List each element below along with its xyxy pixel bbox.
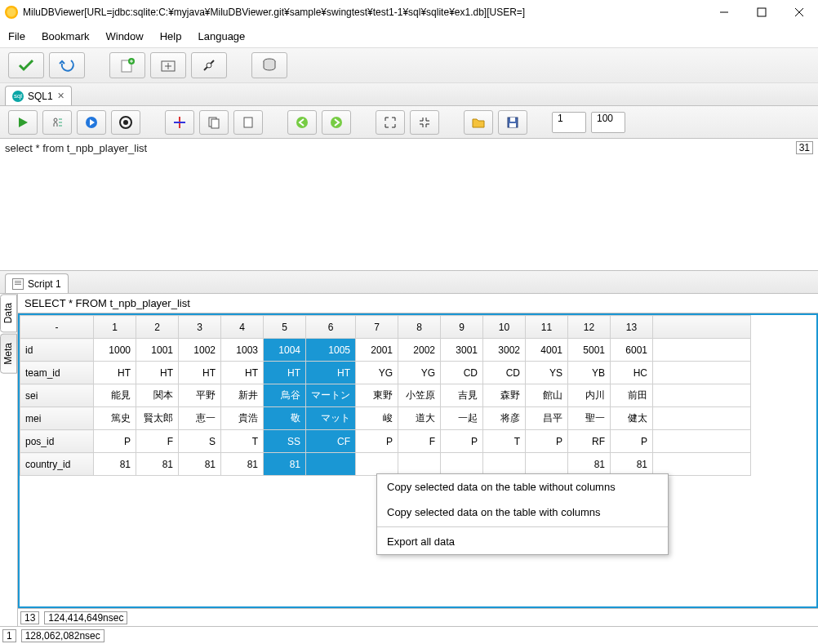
col-header[interactable]: 6 [306,316,356,339]
grid-cell[interactable]: 81 [568,453,611,476]
record-button[interactable] [111,110,140,135]
grid-cell[interactable]: HT [264,362,306,384]
grid-cell[interactable]: 将彦 [483,407,526,430]
close-icon[interactable]: ✕ [57,91,64,101]
grid-cell[interactable]: SS [264,430,306,453]
grid-cell[interactable] [526,453,568,476]
grid-cell[interactable]: 4001 [526,339,568,362]
col-header[interactable]: 1 [94,316,136,339]
grid-cell[interactable]: RF [568,430,611,453]
grid-cell[interactable]: 内川 [568,384,611,407]
grid-cell[interactable]: 1005 [306,339,356,362]
row-header[interactable]: id [20,339,94,362]
grid-cell[interactable]: YG [356,362,398,384]
col-header[interactable]: 4 [221,316,264,339]
grid-cell[interactable]: 篤史 [94,407,136,430]
grid-cell[interactable]: 館山 [526,384,568,407]
grid-cell[interactable]: 2002 [398,339,441,362]
copy-button[interactable] [199,110,229,135]
expand-button[interactable] [376,110,405,135]
minimize-button[interactable] [705,0,743,24]
prev-button[interactable] [287,110,317,135]
grid-cell[interactable]: P [441,430,483,453]
run-button[interactable] [8,110,38,135]
grid-cell[interactable]: 聖一 [568,407,611,430]
menu-help[interactable]: Help [160,30,182,42]
ctx-copy-no-columns[interactable]: Copy selected data on the table without … [377,474,668,500]
col-header[interactable]: 13 [611,316,653,339]
grid-cell[interactable]: CD [483,362,526,384]
run-script-button[interactable] [77,110,106,135]
grid-cell[interactable]: 81 [611,453,653,476]
grid-cell[interactable]: 前田 [611,384,653,407]
tab-script-1[interactable]: Script 1 [5,273,69,293]
save-button[interactable] [498,110,527,135]
grid-cell[interactable]: F [398,430,441,453]
grid-cell[interactable]: 平野 [179,384,221,407]
grid-cell[interactable]: 能見 [94,384,136,407]
menu-file[interactable]: File [8,30,25,42]
grid-cell[interactable]: YG [398,362,441,384]
grid-cell[interactable]: 小笠原 [398,384,441,407]
grid-cell[interactable]: HT [94,362,136,384]
grid-cell[interactable]: 吉見 [441,384,483,407]
grid-cell[interactable]: 81 [179,453,221,476]
grid-cell[interactable]: 5001 [568,339,611,362]
col-header[interactable]: 2 [136,316,179,339]
grid-cell[interactable] [356,453,398,476]
col-header[interactable]: 7 [356,316,398,339]
grid-cell[interactable]: 恵一 [179,407,221,430]
new-tab-button[interactable] [150,52,186,78]
grid-cell[interactable] [483,453,526,476]
col-header[interactable]: 9 [441,316,483,339]
paste-button[interactable] [233,110,263,135]
col-header[interactable]: 8 [398,316,441,339]
side-tab-data[interactable]: Data [0,294,17,332]
next-button[interactable] [322,110,351,135]
grid-cell[interactable] [398,453,441,476]
grid-cell[interactable]: YB [568,362,611,384]
grid-cell[interactable]: 3001 [441,339,483,362]
grid-cell[interactable]: 81 [264,453,306,476]
grid-cell[interactable]: CF [306,430,356,453]
grid-cell[interactable]: HT [306,362,356,384]
grid-cell[interactable]: S [179,430,221,453]
tab-sql1[interactable]: sql SQL1 ✕ [5,86,72,105]
ctx-copy-with-columns[interactable]: Copy selected data on the table with col… [377,500,668,525]
move-button[interactable] [165,110,194,135]
grid-cell[interactable]: P [611,430,653,453]
grid-cell[interactable]: マートン [306,384,356,407]
grid-cell[interactable]: 昌平 [526,407,568,430]
page-from-input[interactable]: 1 [552,112,586,133]
grid-cell[interactable]: 1001 [136,339,179,362]
grid-cell[interactable]: HT [136,362,179,384]
grid-cell[interactable]: HT [179,362,221,384]
grid-cell[interactable]: 1004 [264,339,306,362]
grid-cell[interactable]: 賢太郎 [136,407,179,430]
grid-cell[interactable] [306,453,356,476]
grid-cell[interactable]: HT [221,362,264,384]
col-header[interactable]: 12 [568,316,611,339]
grid-cell[interactable]: T [221,430,264,453]
grid-cell[interactable]: P [356,430,398,453]
side-tab-meta[interactable]: Meta [0,334,17,374]
grid-cell[interactable]: 森野 [483,384,526,407]
grid-cell[interactable]: 1000 [94,339,136,362]
grid-cell[interactable]: P [526,430,568,453]
rollback-button[interactable] [49,52,85,78]
grid-cell[interactable]: 6001 [611,339,653,362]
row-header[interactable]: sei [20,384,94,407]
grid-cell[interactable]: 鳥谷 [264,384,306,407]
open-button[interactable] [464,110,493,135]
ctx-export-all[interactable]: Export all data [377,529,668,554]
grid-cell[interactable]: マット [306,407,356,430]
grid-cell[interactable]: YS [526,362,568,384]
menu-window[interactable]: Window [105,30,143,42]
explain-button[interactable] [42,110,72,135]
grid-cell[interactable]: 新井 [221,384,264,407]
grid-cell[interactable]: 峻 [356,407,398,430]
grid-cell[interactable]: 3002 [483,339,526,362]
grid-cell[interactable]: T [483,430,526,453]
sql-editor[interactable]: select * from t_npb_player_list 31 [0,139,818,271]
grid-cell[interactable]: 関本 [136,384,179,407]
